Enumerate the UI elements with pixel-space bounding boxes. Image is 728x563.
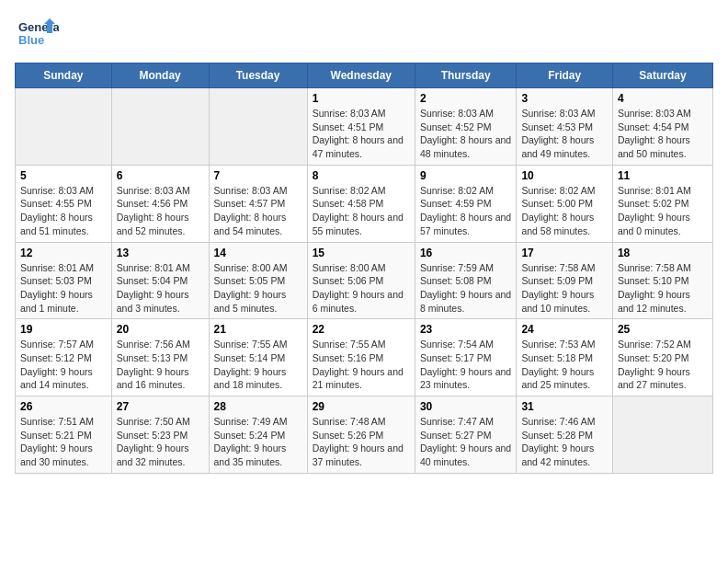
logo-inner: General Blue bbox=[15, 15, 59, 52]
day-info: Sunrise: 7:49 AMSunset: 5:24 PMDaylight:… bbox=[214, 415, 302, 469]
calendar-table: SundayMondayTuesdayWednesdayThursdayFrid… bbox=[15, 63, 713, 474]
calendar-cell: 2Sunrise: 8:03 AMSunset: 4:52 PMDaylight… bbox=[415, 88, 517, 166]
week-row-2: 12Sunrise: 8:01 AMSunset: 5:03 PMDayligh… bbox=[16, 242, 713, 319]
day-info: Sunrise: 7:58 AMSunset: 5:09 PMDaylight:… bbox=[521, 261, 607, 316]
day-number: 6 bbox=[117, 169, 204, 182]
calendar-cell: 20Sunrise: 7:56 AMSunset: 5:13 PMDayligh… bbox=[111, 319, 209, 396]
calendar-cell: 25Sunrise: 7:52 AMSunset: 5:20 PMDayligh… bbox=[612, 319, 712, 396]
day-number: 16 bbox=[420, 247, 512, 259]
day-number: 10 bbox=[521, 169, 607, 182]
day-number: 31 bbox=[521, 400, 607, 413]
calendar-cell: 17Sunrise: 7:58 AMSunset: 5:09 PMDayligh… bbox=[517, 242, 612, 319]
calendar-cell: 13Sunrise: 8:01 AMSunset: 5:04 PMDayligh… bbox=[111, 242, 209, 319]
day-info: Sunrise: 8:03 AMSunset: 4:52 PMDaylight:… bbox=[420, 107, 512, 161]
calendar-cell: 19Sunrise: 7:57 AMSunset: 5:12 PMDayligh… bbox=[16, 319, 112, 396]
day-number: 14 bbox=[214, 247, 302, 259]
calendar-cell: 27Sunrise: 7:50 AMSunset: 5:23 PMDayligh… bbox=[111, 396, 209, 474]
calendar-cell: 15Sunrise: 8:00 AMSunset: 5:06 PMDayligh… bbox=[307, 242, 415, 319]
day-info: Sunrise: 7:59 AMSunset: 5:08 PMDaylight:… bbox=[420, 261, 512, 316]
day-info: Sunrise: 7:51 AMSunset: 5:21 PMDaylight:… bbox=[20, 415, 107, 469]
calendar-cell: 24Sunrise: 7:53 AMSunset: 5:18 PMDayligh… bbox=[517, 319, 612, 396]
day-number: 22 bbox=[313, 323, 410, 336]
day-info: Sunrise: 8:03 AMSunset: 4:57 PMDaylight:… bbox=[214, 184, 302, 238]
day-number: 8 bbox=[313, 169, 410, 182]
day-info: Sunrise: 8:00 AMSunset: 5:06 PMDaylight:… bbox=[313, 261, 410, 316]
day-header-friday: Friday bbox=[517, 63, 612, 88]
day-number: 7 bbox=[214, 169, 302, 182]
calendar-cell: 9Sunrise: 8:02 AMSunset: 4:59 PMDaylight… bbox=[415, 165, 517, 242]
svg-text:Blue: Blue bbox=[18, 33, 44, 47]
day-info: Sunrise: 8:01 AMSunset: 5:02 PMDaylight:… bbox=[618, 184, 708, 238]
calendar-cell: 7Sunrise: 8:03 AMSunset: 4:57 PMDaylight… bbox=[209, 165, 307, 242]
calendar-cell: 18Sunrise: 7:58 AMSunset: 5:10 PMDayligh… bbox=[612, 242, 712, 319]
day-info: Sunrise: 7:56 AMSunset: 5:13 PMDaylight:… bbox=[117, 338, 204, 392]
calendar-cell: 14Sunrise: 8:00 AMSunset: 5:05 PMDayligh… bbox=[209, 242, 307, 319]
day-info: Sunrise: 8:02 AMSunset: 4:58 PMDaylight:… bbox=[313, 184, 410, 238]
day-info: Sunrise: 8:03 AMSunset: 4:54 PMDaylight:… bbox=[618, 107, 708, 161]
day-header-thursday: Thursday bbox=[415, 63, 517, 88]
header: General Blue bbox=[15, 15, 713, 52]
day-number: 24 bbox=[521, 323, 607, 336]
day-number: 1 bbox=[313, 92, 410, 105]
day-number: 15 bbox=[313, 247, 410, 259]
calendar-cell bbox=[16, 88, 112, 166]
day-info: Sunrise: 7:47 AMSunset: 5:27 PMDaylight:… bbox=[420, 415, 512, 469]
day-info: Sunrise: 8:02 AMSunset: 4:59 PMDaylight:… bbox=[420, 184, 512, 238]
day-header-wednesday: Wednesday bbox=[307, 63, 415, 88]
calendar-cell: 28Sunrise: 7:49 AMSunset: 5:24 PMDayligh… bbox=[209, 396, 307, 474]
calendar-cell bbox=[209, 88, 307, 166]
calendar-cell: 16Sunrise: 7:59 AMSunset: 5:08 PMDayligh… bbox=[415, 242, 517, 319]
day-number: 28 bbox=[214, 400, 302, 413]
day-number: 2 bbox=[420, 92, 512, 105]
day-number: 4 bbox=[618, 92, 708, 105]
day-info: Sunrise: 7:53 AMSunset: 5:18 PMDaylight:… bbox=[521, 338, 607, 392]
day-info: Sunrise: 8:03 AMSunset: 4:55 PMDaylight:… bbox=[20, 184, 107, 238]
day-number: 17 bbox=[521, 247, 607, 259]
calendar-cell bbox=[111, 88, 209, 166]
calendar-cell: 4Sunrise: 8:03 AMSunset: 4:54 PMDaylight… bbox=[612, 88, 712, 166]
week-row-3: 19Sunrise: 7:57 AMSunset: 5:12 PMDayligh… bbox=[16, 319, 713, 396]
day-number: 30 bbox=[420, 400, 512, 413]
day-header-sunday: Sunday bbox=[16, 63, 112, 88]
calendar-cell: 26Sunrise: 7:51 AMSunset: 5:21 PMDayligh… bbox=[16, 396, 112, 474]
day-number: 9 bbox=[420, 169, 512, 182]
day-info: Sunrise: 7:46 AMSunset: 5:28 PMDaylight:… bbox=[521, 415, 607, 469]
calendar-cell: 5Sunrise: 8:03 AMSunset: 4:55 PMDaylight… bbox=[16, 165, 112, 242]
calendar-cell: 10Sunrise: 8:02 AMSunset: 5:00 PMDayligh… bbox=[517, 165, 612, 242]
day-number: 20 bbox=[117, 323, 204, 336]
day-info: Sunrise: 7:48 AMSunset: 5:26 PMDaylight:… bbox=[313, 415, 410, 469]
calendar-header: SundayMondayTuesdayWednesdayThursdayFrid… bbox=[16, 63, 713, 88]
day-info: Sunrise: 8:03 AMSunset: 4:56 PMDaylight:… bbox=[117, 184, 204, 238]
day-header-saturday: Saturday bbox=[612, 63, 712, 88]
calendar-cell: 12Sunrise: 8:01 AMSunset: 5:03 PMDayligh… bbox=[16, 242, 112, 319]
day-number: 25 bbox=[618, 323, 708, 336]
week-row-4: 26Sunrise: 7:51 AMSunset: 5:21 PMDayligh… bbox=[16, 396, 713, 474]
logo-svg: General Blue bbox=[15, 15, 59, 52]
day-number: 27 bbox=[117, 400, 204, 413]
calendar-body: 1Sunrise: 8:03 AMSunset: 4:51 PMDaylight… bbox=[16, 88, 713, 474]
calendar-cell: 30Sunrise: 7:47 AMSunset: 5:27 PMDayligh… bbox=[415, 396, 517, 474]
day-number: 12 bbox=[20, 247, 107, 259]
day-number: 21 bbox=[214, 323, 302, 336]
day-number: 29 bbox=[313, 400, 410, 413]
calendar-cell: 31Sunrise: 7:46 AMSunset: 5:28 PMDayligh… bbox=[517, 396, 612, 474]
day-header-monday: Monday bbox=[111, 63, 209, 88]
day-info: Sunrise: 8:01 AMSunset: 5:03 PMDaylight:… bbox=[20, 261, 107, 316]
day-number: 19 bbox=[20, 323, 107, 336]
calendar-cell: 6Sunrise: 8:03 AMSunset: 4:56 PMDaylight… bbox=[111, 165, 209, 242]
day-info: Sunrise: 7:54 AMSunset: 5:17 PMDaylight:… bbox=[420, 338, 512, 392]
logo: General Blue bbox=[15, 15, 59, 52]
day-info: Sunrise: 7:55 AMSunset: 5:16 PMDaylight:… bbox=[313, 338, 410, 392]
day-number: 3 bbox=[521, 92, 607, 105]
day-info: Sunrise: 8:02 AMSunset: 5:00 PMDaylight:… bbox=[521, 184, 607, 238]
day-number: 18 bbox=[618, 247, 708, 259]
calendar-cell: 23Sunrise: 7:54 AMSunset: 5:17 PMDayligh… bbox=[415, 319, 517, 396]
week-row-1: 5Sunrise: 8:03 AMSunset: 4:55 PMDaylight… bbox=[16, 165, 713, 242]
day-info: Sunrise: 8:03 AMSunset: 4:53 PMDaylight:… bbox=[521, 107, 607, 161]
calendar-cell: 3Sunrise: 8:03 AMSunset: 4:53 PMDaylight… bbox=[517, 88, 612, 166]
day-info: Sunrise: 7:52 AMSunset: 5:20 PMDaylight:… bbox=[618, 338, 708, 392]
calendar-cell bbox=[612, 396, 712, 474]
calendar-cell: 11Sunrise: 8:01 AMSunset: 5:02 PMDayligh… bbox=[612, 165, 712, 242]
calendar-cell: 8Sunrise: 8:02 AMSunset: 4:58 PMDaylight… bbox=[307, 165, 415, 242]
week-row-0: 1Sunrise: 8:03 AMSunset: 4:51 PMDaylight… bbox=[16, 88, 713, 166]
